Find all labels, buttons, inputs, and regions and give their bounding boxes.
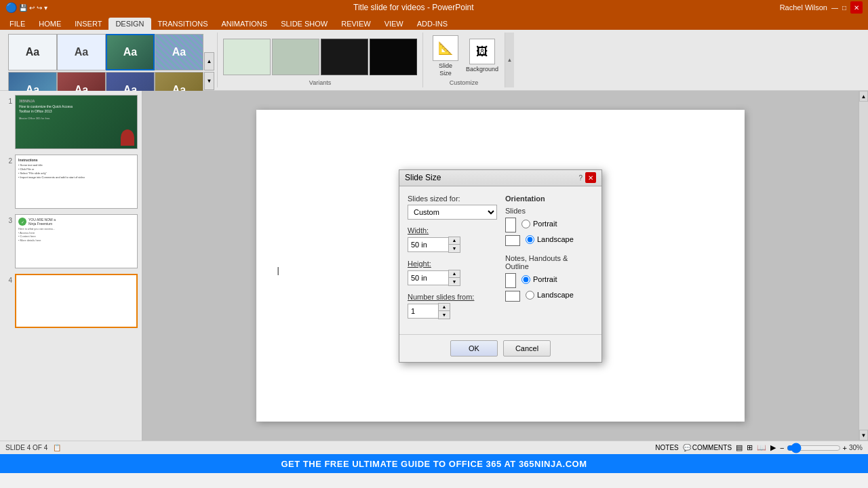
slide-thumb-3[interactable]: 3 ✓ YOU ARE NOW aNinja Freemium Here is … bbox=[3, 213, 139, 270]
reading-view-btn[interactable]: 📖 bbox=[757, 443, 766, 452]
variant-3[interactable] bbox=[321, 39, 368, 75]
variant-2[interactable] bbox=[272, 39, 319, 75]
dialog-close-btn[interactable]: ✕ bbox=[585, 172, 596, 183]
height-input[interactable] bbox=[408, 270, 448, 285]
dialog-left: Slides sized for: Standard (4:3) Widescr… bbox=[408, 195, 497, 326]
format-bg-label: Background bbox=[466, 66, 498, 73]
redo-btn[interactable]: ↪ bbox=[37, 4, 42, 12]
variants-label: Variants bbox=[223, 79, 417, 86]
dialog-title: Slide Size bbox=[405, 173, 441, 182]
scroll-track[interactable] bbox=[859, 102, 868, 430]
width-spinbox: ▲ ▼ bbox=[408, 237, 497, 253]
zoom-out-btn[interactable]: − bbox=[780, 444, 784, 452]
comments-btn[interactable]: 💬COMMENTS bbox=[683, 444, 732, 451]
save-btn[interactable]: 💾 bbox=[19, 4, 27, 12]
slide-thumb-1[interactable]: 1 365NINJA How to customize the Quick Ac… bbox=[3, 94, 139, 150]
minimize-btn[interactable]: — bbox=[831, 4, 838, 12]
variant-1[interactable] bbox=[223, 39, 271, 75]
slides-sized-for-select[interactable]: Standard (4:3) Widescreen (16:9) Custom bbox=[408, 205, 497, 220]
tab-home[interactable]: HOME bbox=[32, 18, 68, 30]
theme-1[interactable]: Aa bbox=[8, 34, 57, 70]
scroll-down-btn[interactable]: ▼ bbox=[859, 430, 868, 441]
scroll-up-btn[interactable]: ▲ bbox=[859, 91, 868, 102]
cancel-button[interactable]: Cancel bbox=[503, 340, 551, 357]
width-decrement[interactable]: ▼ bbox=[449, 245, 460, 252]
tab-animations[interactable]: ANIMATIONS bbox=[215, 18, 275, 30]
tab-addins[interactable]: ADD-INS bbox=[410, 18, 454, 30]
fit-page-btn[interactable]: 📋 bbox=[53, 444, 61, 451]
promo-text: GET THE FREE ULTIMATE GUIDE TO OFFICE 36… bbox=[281, 459, 587, 469]
dialog-titlebar: Slide Size ? ✕ bbox=[399, 170, 601, 186]
slides-landscape-radio[interactable] bbox=[526, 235, 534, 244]
slide-size-dialog: Slide Size ? ✕ Slides sized for: Standar… bbox=[399, 169, 602, 363]
slide-sorter-btn[interactable]: ⊞ bbox=[747, 443, 753, 452]
height-increment[interactable]: ▲ bbox=[449, 270, 460, 278]
format-background-btn[interactable]: 🖼 Background bbox=[465, 39, 499, 73]
number-from-label: Number slides from: bbox=[408, 293, 497, 301]
slide-size-btn[interactable]: 📐 SlideSize bbox=[429, 35, 462, 77]
themes-scroll-up[interactable]: ▲ bbox=[204, 52, 214, 70]
number-from-increment[interactable]: ▲ bbox=[439, 304, 450, 311]
slides-portrait-radio[interactable] bbox=[521, 220, 530, 228]
variant-4[interactable] bbox=[370, 39, 417, 75]
themes-scroll-down[interactable]: ▼ bbox=[204, 72, 214, 90]
right-scrollbar[interactable]: ▲ ▼ bbox=[859, 91, 868, 441]
slide-image-3[interactable]: ✓ YOU ARE NOW aNinja Freemium Here is wh… bbox=[15, 214, 138, 268]
notes-btn[interactable]: NOTES bbox=[655, 444, 678, 451]
slide-num-2: 2 bbox=[4, 155, 12, 165]
number-from-btns: ▲ ▼ bbox=[438, 303, 450, 319]
slide-thumb-4[interactable]: 4 bbox=[3, 272, 139, 329]
height-decrement[interactable]: ▼ bbox=[449, 278, 460, 285]
promo-bar: GET THE FREE ULTIMATE GUIDE TO OFFICE 36… bbox=[0, 454, 868, 473]
dialog-controls: ? ✕ bbox=[578, 172, 596, 183]
slide-image-1[interactable]: 365NINJA How to customize the Quick Acce… bbox=[15, 95, 138, 149]
number-from-decrement[interactable]: ▼ bbox=[439, 311, 450, 319]
slide-num-3: 3 bbox=[4, 214, 12, 224]
tab-file[interactable]: FILE bbox=[3, 18, 32, 30]
status-right: NOTES 💬COMMENTS ▤ ⊞ 📖 ▶ − + 30% bbox=[655, 443, 863, 452]
ribbon-collapse-btn[interactable]: ▲ bbox=[505, 33, 514, 87]
height-label: Height: bbox=[408, 260, 497, 268]
slide-image-2[interactable]: Instructions • Some text and title • Cli… bbox=[15, 155, 138, 209]
width-increment[interactable]: ▲ bbox=[449, 237, 460, 245]
dialog-overlay: Slide Size ? ✕ Slides sized for: Standar… bbox=[142, 91, 859, 441]
ribbon-tabs: FILE HOME INSERT DESIGN TRANSITIONS ANIM… bbox=[0, 15, 868, 30]
ok-button[interactable]: OK bbox=[450, 340, 498, 357]
tab-design[interactable]: DESIGN bbox=[108, 18, 151, 30]
notes-orientation-label: Notes, Handouts & Outline bbox=[505, 254, 593, 270]
notes-landscape-radio[interactable] bbox=[526, 291, 534, 300]
maximize-btn[interactable]: □ bbox=[842, 4, 846, 12]
theme-2[interactable]: Aa bbox=[57, 34, 106, 70]
slide-thumb-2[interactable]: 2 Instructions • Some text and title • C… bbox=[3, 153, 139, 210]
notes-portrait-option: Portrait bbox=[521, 275, 557, 284]
dialog-help-btn[interactable]: ? bbox=[578, 174, 583, 182]
tab-transitions[interactable]: TRANSITIONS bbox=[151, 18, 215, 30]
width-input[interactable] bbox=[408, 237, 448, 252]
undo-btn[interactable]: ↩ bbox=[29, 4, 35, 12]
slideshow-btn[interactable]: ▶ bbox=[770, 443, 776, 452]
notes-landscape-icon bbox=[505, 291, 520, 302]
tab-insert[interactable]: INSERT bbox=[68, 18, 108, 30]
theme-4[interactable]: Aa bbox=[155, 34, 203, 70]
orientation-title: Orientation bbox=[505, 195, 593, 203]
zoom-in-btn[interactable]: + bbox=[843, 444, 847, 452]
zoom-slider-area: − + 30% bbox=[780, 444, 863, 452]
zoom-slider[interactable] bbox=[787, 444, 841, 452]
statusbar: SLIDE 4 OF 4 📋 NOTES 💬COMMENTS ▤ ⊞ 📖 ▶ −… bbox=[0, 441, 868, 454]
slides-sized-for-group: Slides sized for: Standard (4:3) Widescr… bbox=[408, 195, 497, 220]
notes-portrait-radio[interactable] bbox=[521, 275, 530, 284]
number-from-input[interactable] bbox=[408, 304, 438, 319]
theme-3[interactable]: Aa bbox=[106, 34, 155, 70]
tab-view[interactable]: VIEW bbox=[378, 18, 410, 30]
user-name: Rachel Wilson bbox=[780, 3, 827, 12]
close-btn[interactable]: ✕ bbox=[850, 1, 863, 14]
qat-icons: 🔵 💾 ↩ ↪ ▾ bbox=[5, 2, 47, 13]
tab-slideshow[interactable]: SLIDE SHOW bbox=[274, 18, 334, 30]
normal-view-btn[interactable]: ▤ bbox=[736, 443, 743, 452]
dialog-footer: OK Cancel bbox=[399, 334, 601, 362]
slide-image-4[interactable] bbox=[15, 274, 138, 328]
window-title: Title slide for videos - PowerPoint bbox=[47, 3, 780, 12]
dialog-body: Slides sized for: Standard (4:3) Widescr… bbox=[399, 186, 601, 334]
tab-review[interactable]: REVIEW bbox=[334, 18, 377, 30]
slides-landscape-option: Landscape bbox=[526, 235, 574, 244]
